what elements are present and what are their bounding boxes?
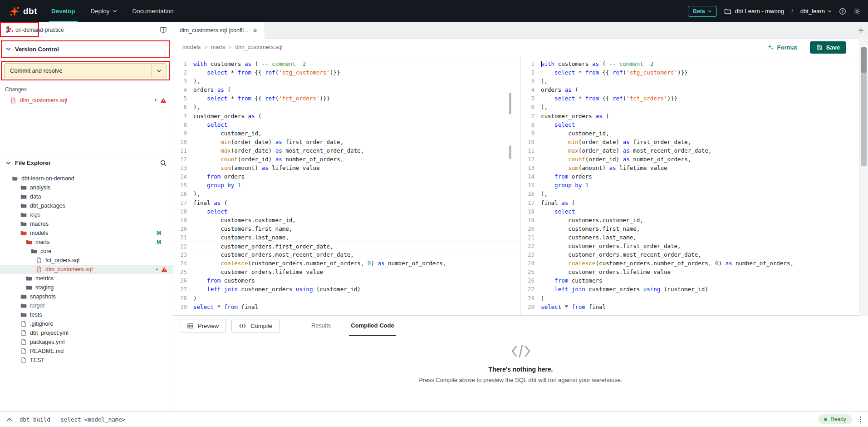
code-line-28[interactable]: 28) [521,294,859,303]
code-line-21[interactable]: 21 customers.last_name, [173,233,520,242]
tree-item-tests[interactable]: tests [0,310,173,319]
tree-item-fct_orders.sql[interactable]: fct_orders.sql [0,256,173,265]
code-line-7[interactable]: 7customer_orders as ( [173,112,520,120]
tree-item-macros[interactable]: macros [0,219,173,228]
gear-icon[interactable] [853,8,861,15]
code-line-26[interactable]: 26 from customers [173,276,520,285]
code-line-18[interactable]: 18 select [173,207,520,216]
tab-results[interactable]: Results [309,316,333,336]
help-icon[interactable]: ? [839,8,846,15]
tree-item-core[interactable]: core [0,247,173,256]
tree-item-models[interactable]: modelsM [0,228,173,238]
code-line-16[interactable]: 16), [173,189,520,198]
code-line-9[interactable]: 9 customer_id, [173,129,520,138]
code-line-6[interactable]: 6), [521,103,859,111]
editor-pane-left[interactable]: 1with customers as ( -- comment 22 selec… [173,56,520,315]
code-line-10[interactable]: 10 min(order_date) as first_order_date, [521,138,859,146]
code-line-26[interactable]: 26 from customers [521,276,859,285]
docs-book-icon[interactable] [159,26,167,34]
file-explorer-header[interactable]: File Explorer [0,155,173,170]
editor-scrollbar[interactable] [859,38,868,316]
code-line-2[interactable]: 2 select * from {{ ref('stg_customers')}… [521,68,859,77]
code-line-1[interactable]: 1with customers as ( -- comment 2 [173,60,520,68]
command-input[interactable]: dbt build --select <model_name> [20,416,811,423]
tree-item-dbt_packages[interactable]: dbt_packages [0,201,173,210]
tree-item-snapshots[interactable]: snapshots [0,292,173,301]
breadcrumb-file[interactable]: dim_customers.sql [235,44,282,50]
kebab-menu-icon[interactable] [859,416,862,423]
tree-item-staging[interactable]: staging [0,283,173,292]
tree-item-TEST[interactable]: TEST [0,356,173,365]
code-line-22[interactable]: 22 customer_orders.first_order_date, [521,242,859,250]
code-line-15[interactable]: 15 group by 1 [173,181,520,189]
code-line-4[interactable]: 4orders as ( [521,85,859,94]
code-line-5[interactable]: 5 select * from {{ ref('fct_orders')}} [521,94,859,103]
nav-item-documentation[interactable]: Documentation [125,0,181,22]
code-line-20[interactable]: 20 customers.first_name, [521,224,859,233]
code-line-13[interactable]: 13 sum(amount) as lifetime_value [173,164,520,172]
format-button[interactable]: Format [765,44,800,51]
tree-item-.gitignore[interactable]: .gitignore [0,319,173,328]
code-line-25[interactable]: 25 customer_orders.lifetime_value [521,268,859,276]
tab-dim-customers[interactable]: dim_customers.sql (confli... [173,22,265,39]
tree-item-packages.yml[interactable]: packages.yml [0,338,173,347]
tab-compiled-code[interactable]: Compiled Code [349,316,396,336]
code-line-8[interactable]: 8 select [521,120,859,129]
code-line-23[interactable]: 23 customer_orders.most_recent_order_dat… [173,250,520,259]
code-line-25[interactable]: 25 customer_orders.lifetime_value [173,268,520,276]
code-line-22[interactable]: 22 customer_orders.first_order_date, [173,242,520,250]
tree-item-target[interactable]: target [0,301,173,310]
code-line-13[interactable]: 13 sum(amount) as lifetime_value [521,164,859,172]
code-line-5[interactable]: 5 select * from {{ ref('fct_orders')}} [173,94,520,103]
dbt-logo[interactable]: dbt [7,6,44,17]
code-line-17[interactable]: 17final as ( [521,199,859,207]
code-line-15[interactable]: 15 group by 1 [521,181,859,189]
code-line-14[interactable]: 14 from orders [173,172,520,181]
nav-item-deploy[interactable]: Deploy [83,0,125,22]
new-tab-button[interactable] [858,22,864,38]
tree-item-analysis[interactable]: analysis [0,183,173,192]
tree-item-dim_customers.sql[interactable]: dim_customers.sql• [0,265,173,274]
code-line-18[interactable]: 18 select [521,207,859,216]
tree-item-logs[interactable]: logs [0,210,173,219]
editor-scrollbar-thumb-dark[interactable] [861,47,867,73]
pane-scrollbar-thumb[interactable] [509,145,511,159]
account-menu[interactable]: dbt Learn - mwong [724,8,784,15]
code-line-24[interactable]: 24 coalesce(customer_orders.number_of_or… [173,259,520,268]
code-line-19[interactable]: 19 customers.customer_id, [521,216,859,224]
code-line-27[interactable]: 27 left join customer_orders using (cust… [521,285,859,293]
version-control-header[interactable]: Version Control [0,41,173,57]
code-line-2[interactable]: 2 select * from {{ ref('stg_customers')}… [173,68,520,77]
code-line-14[interactable]: 14 from orders [521,172,859,181]
code-line-3[interactable]: 3), [173,77,520,85]
tree-item-README.md[interactable]: README.md [0,347,173,356]
commit-options-caret[interactable] [151,64,166,78]
changed-file-dim_customers.sql[interactable]: dim_customers.sql• [0,95,173,105]
beta-toggle[interactable]: Beta [688,6,717,17]
code-line-12[interactable]: 12 count(order_id) as number_of_orders, [521,155,859,164]
tree-item-data[interactable]: data [0,192,173,201]
code-line-23[interactable]: 23 customer_orders.most_recent_order_dat… [521,250,859,259]
branch-name[interactable]: on-demand-practice [15,27,156,33]
chevron-up-icon[interactable] [6,417,12,422]
code-line-27[interactable]: 27 left join customer_orders using (cust… [173,285,520,293]
editor-pane-right[interactable]: 1with customers as ( -- comment 22 selec… [521,56,859,315]
code-line-1[interactable]: 1with customers as ( -- comment 2 [521,60,859,68]
code-line-3[interactable]: 3), [521,77,859,85]
code-line-28[interactable]: 28) [173,294,520,303]
code-line-7[interactable]: 7customer_orders as ( [521,112,859,120]
code-line-10[interactable]: 10 min(order_date) as first_order_date, [173,138,520,146]
breadcrumb-models[interactable]: models [182,44,201,50]
modified-indicator-icon[interactable] [252,27,258,34]
project-menu[interactable]: dbt_learn [800,8,832,15]
code-line-29[interactable]: 29select * from final [521,303,859,311]
code-line-6[interactable]: 6), [173,103,520,111]
code-line-12[interactable]: 12 count(order_id) as number_of_orders, [173,155,520,164]
save-button[interactable]: Save [810,41,846,54]
code-line-11[interactable]: 11 max(order_date) as most_recent_order_… [521,146,859,155]
code-line-16[interactable]: 16), [521,189,859,198]
code-line-9[interactable]: 9 customer_id, [521,129,859,138]
compile-button[interactable]: Compile [231,319,280,333]
code-line-11[interactable]: 11 max(order_date) as most_recent_order_… [173,146,520,155]
tree-item-dbt-learn-on-demand[interactable]: dbt-learn-on-demand [0,174,173,183]
